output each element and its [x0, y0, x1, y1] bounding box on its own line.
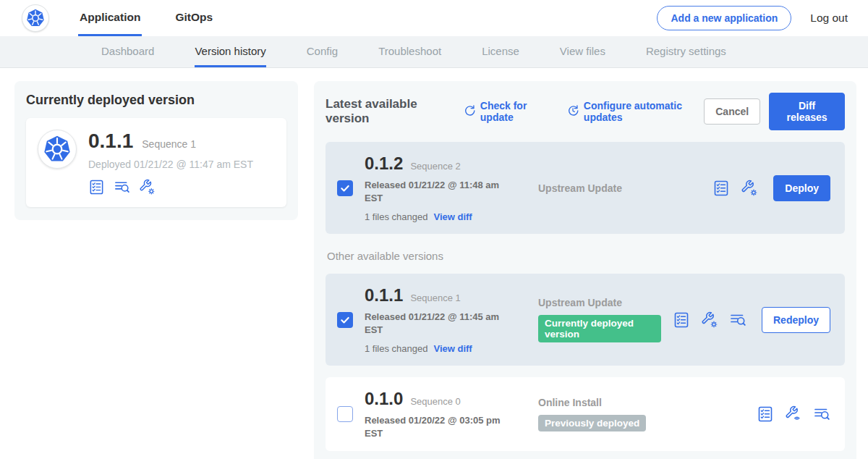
previously-deployed-badge: Previously deployed — [538, 415, 646, 431]
currently-deployed-badge: Currently deployed version — [538, 315, 661, 342]
subnav-view-files[interactable]: View files — [560, 36, 605, 67]
version-checkbox[interactable] — [337, 406, 353, 422]
auto-update-icon — [566, 104, 579, 119]
edit-config-icon[interactable] — [741, 180, 758, 197]
files-changed-label: 1 files changed — [365, 343, 427, 354]
deployed-timestamp: Deployed 01/21/22 @ 11:47 am EST — [88, 159, 253, 170]
deployed-version-number: 0.1.1 — [88, 130, 133, 153]
currently-deployed-panel: Currently deployed version 0.1.1 Sequenc… — [14, 81, 298, 220]
top-header: Application GitOps Add a new application… — [0, 0, 868, 36]
check-for-update-link[interactable]: Check for update — [463, 100, 550, 123]
released-timestamp: Released 01/21/22 @ 11:48 am EST — [365, 179, 503, 204]
version-history-panel: Latest available version Check for updat… — [314, 81, 856, 459]
app-subnav: Dashboard Version history Config Trouble… — [0, 36, 868, 68]
version-number: 0.1.1 — [365, 285, 403, 306]
deployed-version-card: 0.1.1 Sequence 1 Deployed 01/21/22 @ 11:… — [26, 118, 286, 207]
logout-link[interactable]: Log out — [810, 12, 848, 25]
preflight-checks-icon[interactable] — [88, 179, 105, 195]
version-row-0-1-1: 0.1.1 Sequence 1 Released 01/21/22 @ 11:… — [326, 274, 845, 366]
version-source: Upstream Update — [538, 182, 701, 194]
preflight-checks-icon[interactable] — [673, 311, 690, 329]
version-source: Upstream Update — [538, 297, 661, 308]
subnav-license[interactable]: License — [482, 36, 519, 67]
preflight-checks-icon[interactable] — [712, 180, 730, 197]
released-timestamp: Released 01/21/22 @ 11:45 am EST — [365, 311, 503, 336]
deploy-logs-icon[interactable] — [114, 179, 130, 195]
version-sequence: Sequence 0 — [410, 396, 460, 407]
tab-application[interactable]: Application — [78, 0, 142, 36]
version-number: 0.1.2 — [365, 153, 403, 174]
subnav-registry-settings[interactable]: Registry settings — [646, 36, 726, 67]
subnav-troubleshoot[interactable]: Troubleshoot — [378, 36, 441, 67]
diff-releases-button[interactable]: Diff releases — [769, 93, 845, 130]
other-versions-label: Other available versions — [327, 250, 845, 262]
version-sequence: Sequence 1 — [410, 292, 460, 303]
view-diff-link[interactable]: View diff — [433, 343, 472, 354]
tab-gitops[interactable]: GitOps — [174, 0, 214, 36]
add-application-button[interactable]: Add a new application — [657, 6, 791, 30]
files-changed-label: 1 files changed — [365, 211, 427, 222]
edit-config-icon[interactable] — [701, 311, 718, 329]
redeploy-button[interactable]: Redeploy — [762, 307, 830, 333]
deploy-logs-icon[interactable] — [813, 405, 830, 423]
refresh-icon — [463, 104, 476, 119]
latest-available-title: Latest available version — [326, 97, 447, 126]
configure-updates-link[interactable]: Configure automatic updates — [566, 100, 704, 123]
subnav-version-history[interactable]: Version history — [195, 36, 265, 67]
header-tabs: Application GitOps — [78, 0, 214, 36]
kubernetes-logo — [22, 4, 49, 32]
deployed-panel-title: Currently deployed version — [26, 93, 286, 108]
version-row-0-1-2: 0.1.2 Sequence 2 Released 01/21/22 @ 11:… — [326, 142, 845, 234]
version-sequence: Sequence 2 — [410, 161, 460, 172]
preflight-checks-icon[interactable] — [757, 405, 774, 423]
version-checkbox[interactable] — [337, 312, 353, 328]
subnav-config[interactable]: Config — [307, 36, 338, 67]
deployed-sequence: Sequence 1 — [142, 138, 196, 150]
configure-updates-label: Configure automatic updates — [584, 100, 704, 123]
view-config-icon[interactable] — [785, 405, 802, 423]
version-row-0-1-0: 0.1.0 Sequence 0 Released 01/20/22 @ 03:… — [326, 377, 845, 451]
deploy-logs-icon[interactable] — [729, 311, 746, 329]
version-source: Online Install — [538, 397, 745, 408]
version-checkbox[interactable] — [337, 180, 353, 196]
cancel-button[interactable]: Cancel — [704, 98, 760, 125]
view-diff-link[interactable]: View diff — [433, 211, 472, 222]
app-kubernetes-icon — [38, 130, 77, 169]
subnav-dashboard[interactable]: Dashboard — [101, 36, 154, 67]
released-timestamp: Released 01/20/22 @ 03:05 pm EST — [365, 414, 503, 439]
edit-config-icon[interactable] — [139, 179, 156, 195]
version-number: 0.1.0 — [365, 389, 403, 409]
check-for-update-label: Check for update — [480, 100, 550, 123]
deploy-button[interactable]: Deploy — [773, 175, 830, 201]
